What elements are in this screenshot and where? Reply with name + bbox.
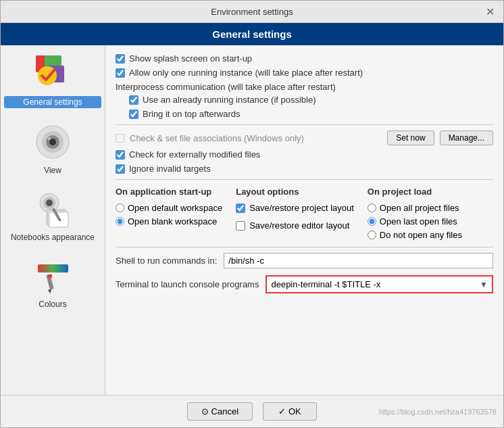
sidebar-item-notebooks[interactable]: Notebooks appearance xyxy=(4,189,101,242)
open-default-label: Open default workspace xyxy=(128,203,222,213)
sidebar-item-notebooks-label: Notebooks appearance xyxy=(11,233,95,242)
shell-input[interactable] xyxy=(224,253,493,268)
save-editor-layout-row: Save/restore editor layout xyxy=(236,220,354,231)
open-last-label: Open last open files xyxy=(380,216,457,227)
terminal-select[interactable]: deepin-terminal -t $TITLE -x xterm -T $T… xyxy=(267,277,492,292)
open-all-row: Open all project files xyxy=(368,203,462,213)
do-not-open-label: Do not open any files xyxy=(380,230,462,240)
use-already-running-label: Use an already running instance (if poss… xyxy=(143,95,316,105)
save-project-layout-label: Save/restore project layout xyxy=(249,203,354,213)
title-bar: Environment settings ✕ xyxy=(1,1,503,23)
check-modified-checkbox[interactable] xyxy=(116,150,125,160)
file-assoc-label: Check & set file associations (Windows o… xyxy=(130,133,304,143)
svg-point-7 xyxy=(49,139,56,145)
interprocess-label: Interprocess communication (will take pl… xyxy=(116,82,336,92)
do-not-open-row: Do not open any files xyxy=(368,230,462,240)
ignore-invalid-checkbox[interactable] xyxy=(116,164,125,174)
single-instance-label: Allow only one running instance (will ta… xyxy=(129,68,363,78)
layout-options-col: Layout options Save/restore project layo… xyxy=(236,187,354,240)
close-button[interactable]: ✕ xyxy=(483,5,497,18)
divider-2 xyxy=(116,179,493,180)
open-all-label: Open all project files xyxy=(380,203,459,213)
sidebar-item-general-settings[interactable]: General settings xyxy=(4,52,101,108)
divider-3 xyxy=(116,247,493,247)
check-modified-row: Check for externally modified files xyxy=(116,149,493,160)
ok-button[interactable]: ✓ OK xyxy=(263,402,317,421)
three-col-section: On application start-up Open default wor… xyxy=(116,187,493,240)
splash-screen-checkbox[interactable] xyxy=(116,54,125,64)
section-header: General settings xyxy=(1,23,503,45)
sidebar: General settings View xyxy=(1,45,105,395)
settings-panel: Show splash screen on start-up Allow onl… xyxy=(105,45,503,395)
terminal-label: Terminal to launch console programs xyxy=(116,279,259,289)
open-blank-radio[interactable] xyxy=(116,217,124,226)
set-now-button[interactable]: Set now xyxy=(387,130,434,145)
open-last-row: Open last open files xyxy=(368,216,462,227)
save-editor-layout-checkbox[interactable] xyxy=(236,221,245,231)
open-all-radio[interactable] xyxy=(368,204,376,212)
project-load-title: On project load xyxy=(368,187,462,197)
ignore-invalid-row: Ignore invalid targets xyxy=(116,164,493,174)
splash-screen-label: Show splash screen on start-up xyxy=(129,53,252,64)
svg-point-11 xyxy=(46,199,53,206)
shell-row: Shell to run commands in: xyxy=(116,253,493,268)
save-project-layout-row: Save/restore project layout xyxy=(236,203,354,213)
file-assoc-row: Check & set file associations (Windows o… xyxy=(116,130,493,145)
terminal-select-wrapper: deepin-terminal -t $TITLE -x xterm -T $T… xyxy=(266,275,493,293)
bring-to-top-row: Bring it on top afterwards xyxy=(129,109,493,119)
svg-marker-19 xyxy=(47,289,52,293)
save-project-layout-checkbox[interactable] xyxy=(236,204,245,213)
watermark: https://blog.csdn.net/hza419763578 xyxy=(379,408,497,416)
check-modified-label: Check for externally modified files xyxy=(129,149,260,160)
save-editor-layout-label: Save/restore editor layout xyxy=(249,220,349,231)
sidebar-item-view[interactable]: View xyxy=(4,122,101,175)
app-startup-title: On application start-up xyxy=(116,187,222,197)
dialog-title: Environment settings xyxy=(21,7,483,17)
splash-screen-row: Show splash screen on start-up xyxy=(116,53,493,64)
open-default-row: Open default workspace xyxy=(116,203,222,213)
app-startup-col: On application start-up Open default wor… xyxy=(116,187,222,240)
svg-rect-17 xyxy=(38,264,68,272)
ignore-invalid-label: Ignore invalid targets xyxy=(129,164,211,174)
sidebar-item-colours[interactable]: Colours xyxy=(4,256,101,309)
open-blank-label: Open blank workspace xyxy=(128,216,217,227)
project-load-col: On project load Open all project files O… xyxy=(368,187,462,240)
bring-to-top-label: Bring it on top afterwards xyxy=(143,109,241,119)
cancel-button[interactable]: ⊙ Cancel xyxy=(187,402,253,421)
dialog: Environment settings ✕ General settings xyxy=(0,0,504,428)
bring-to-top-checkbox[interactable] xyxy=(129,110,138,119)
view-icon xyxy=(32,122,73,162)
use-already-running-row: Use an already running instance (if poss… xyxy=(129,95,493,105)
colours-icon xyxy=(32,256,73,296)
use-already-running-checkbox[interactable] xyxy=(129,95,138,105)
layout-options-title: Layout options xyxy=(236,187,354,197)
single-instance-row: Allow only one running instance (will ta… xyxy=(116,68,493,78)
sidebar-item-general-label: General settings xyxy=(4,96,101,108)
single-instance-checkbox[interactable] xyxy=(116,68,125,78)
notebooks-icon xyxy=(32,189,73,229)
open-default-radio[interactable] xyxy=(116,204,124,212)
open-blank-row: Open blank workspace xyxy=(116,216,222,227)
manage-button[interactable]: Manage... xyxy=(440,130,493,145)
file-assoc-checkbox[interactable] xyxy=(116,134,124,143)
open-last-radio[interactable] xyxy=(368,217,376,226)
do-not-open-radio[interactable] xyxy=(368,231,376,239)
shell-label: Shell to run commands in: xyxy=(116,256,217,266)
footer: ⊙ Cancel ✓ OK https://blog.csdn.net/hza4… xyxy=(1,395,503,427)
terminal-row: Terminal to launch console programs deep… xyxy=(116,275,493,293)
svg-point-8 xyxy=(48,137,51,140)
general-settings-icon xyxy=(32,52,73,93)
main-content: General settings View xyxy=(1,45,503,395)
divider-1 xyxy=(116,124,493,125)
sidebar-item-view-label: View xyxy=(44,166,61,175)
sidebar-item-colours-label: Colours xyxy=(39,300,66,309)
